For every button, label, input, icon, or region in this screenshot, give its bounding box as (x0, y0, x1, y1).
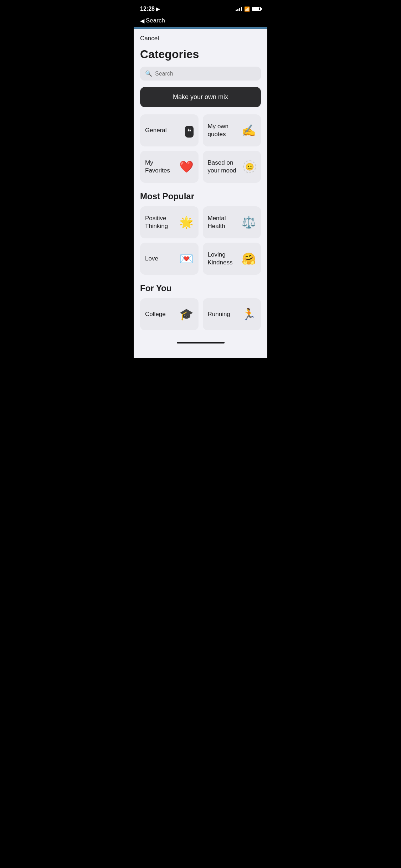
back-label: Search (146, 17, 165, 24)
time-display: 12:28 (140, 6, 155, 12)
positive-thinking-label: Positive Thinking (145, 215, 176, 230)
category-my-favorites-label: My Favorites (145, 159, 176, 175)
back-arrow-icon: ◀ (140, 17, 144, 24)
heart-icon: ❤️ (179, 160, 194, 174)
star-icon: 🌟 (179, 216, 194, 229)
top-categories-row2: My Favorites ❤️ Based on your mood 😐 (140, 151, 261, 183)
category-running[interactable]: Running 🏃 (203, 298, 261, 330)
make-mix-button[interactable]: Make your own mix (140, 87, 261, 107)
location-arrow-icon: ▶ (156, 6, 160, 12)
most-popular-section: Positive Thinking 🌟 Mental Health ⚖️ Lov… (134, 206, 267, 275)
for-you-section: College 🎓 Running 🏃 (134, 298, 267, 330)
love-label: Love (145, 255, 176, 263)
search-input[interactable] (155, 71, 256, 77)
for-you-title: For You (134, 279, 267, 298)
battery-icon (252, 7, 261, 11)
quote-bubble-icon: ❝ (185, 124, 194, 137)
for-you-row1: College 🎓 Running 🏃 (140, 298, 261, 330)
cancel-bar: Cancel (134, 29, 267, 45)
status-icons: 📶 (236, 6, 261, 12)
hugging-face-icon: 🤗 (242, 252, 256, 265)
category-mental-health[interactable]: Mental Health ⚖️ (203, 206, 261, 238)
most-popular-title: Most Popular (134, 187, 267, 206)
college-label: College (145, 310, 176, 318)
cancel-button[interactable]: Cancel (140, 35, 159, 42)
mental-health-label: Mental Health (208, 215, 239, 230)
category-my-own-quotes-label: My own quotes (208, 123, 239, 138)
runner-icon: 🏃 (242, 308, 256, 321)
category-based-on-mood[interactable]: Based on your mood 😐 (203, 151, 261, 183)
most-popular-row1: Positive Thinking 🌟 Mental Health ⚖️ (140, 206, 261, 238)
main-content: Cancel Categories 🔍 Make your own mix Ge… (134, 29, 267, 358)
nav-back[interactable]: ◀ Search (134, 16, 267, 27)
search-icon: 🔍 (145, 70, 152, 77)
category-positive-thinking[interactable]: Positive Thinking 🌟 (140, 206, 199, 238)
wifi-icon: 📶 (244, 6, 250, 12)
graduation-cap-icon: 🎓 (179, 308, 194, 321)
category-my-own-quotes[interactable]: My own quotes ✍️ (203, 114, 261, 146)
neutral-face-icon: 😐 (243, 160, 256, 173)
home-indicator-bar (177, 342, 225, 343)
top-categories: General ❝ My own quotes ✍️ My Favorites … (134, 114, 267, 183)
love-letter-icon: 💌 (179, 252, 194, 265)
category-college[interactable]: College 🎓 (140, 298, 199, 330)
category-love[interactable]: Love 💌 (140, 243, 199, 275)
writing-hand-icon: ✍️ (242, 124, 256, 137)
search-bar[interactable]: 🔍 (140, 67, 261, 81)
category-loving-kindness[interactable]: Loving Kindness 🤗 (203, 243, 261, 275)
category-based-on-mood-label: Based on your mood (208, 159, 243, 175)
loving-kindness-label: Loving Kindness (208, 251, 239, 267)
top-categories-row1: General ❝ My own quotes ✍️ (140, 114, 261, 146)
signal-icon (236, 7, 242, 11)
category-general-label: General (145, 126, 182, 134)
running-label: Running (208, 310, 239, 318)
scales-icon: ⚖️ (242, 216, 256, 229)
category-general[interactable]: General ❝ (140, 114, 199, 146)
page-title: Categories (134, 45, 267, 67)
category-my-favorites[interactable]: My Favorites ❤️ (140, 151, 199, 183)
home-indicator (134, 335, 267, 347)
most-popular-row2: Love 💌 Loving Kindness 🤗 (140, 243, 261, 275)
status-bar: 12:28 ▶ 📶 (134, 0, 267, 16)
status-time: 12:28 ▶ (140, 6, 160, 12)
